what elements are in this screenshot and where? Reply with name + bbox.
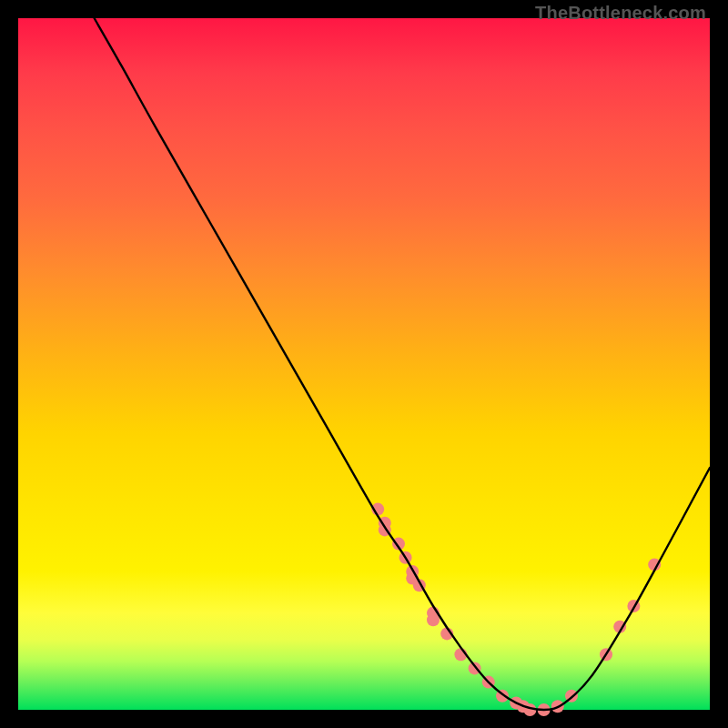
chart-frame (18, 18, 710, 710)
watermark-text: TheBottleneck.com (535, 3, 706, 24)
scatter-points (371, 503, 661, 716)
scatter-point (427, 613, 440, 626)
chart-svg (18, 18, 710, 710)
bottleneck-curve (95, 18, 710, 710)
